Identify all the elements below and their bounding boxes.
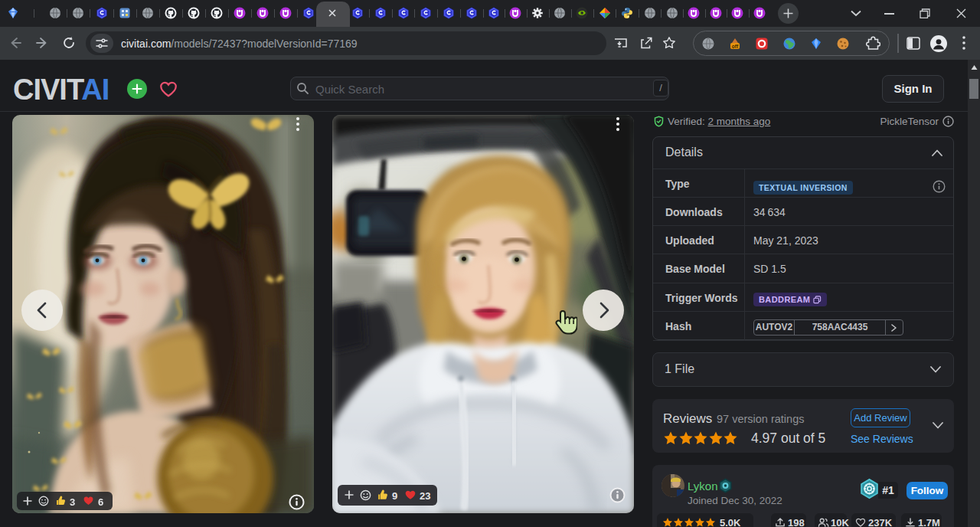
svg-text:off: off (732, 44, 739, 49)
